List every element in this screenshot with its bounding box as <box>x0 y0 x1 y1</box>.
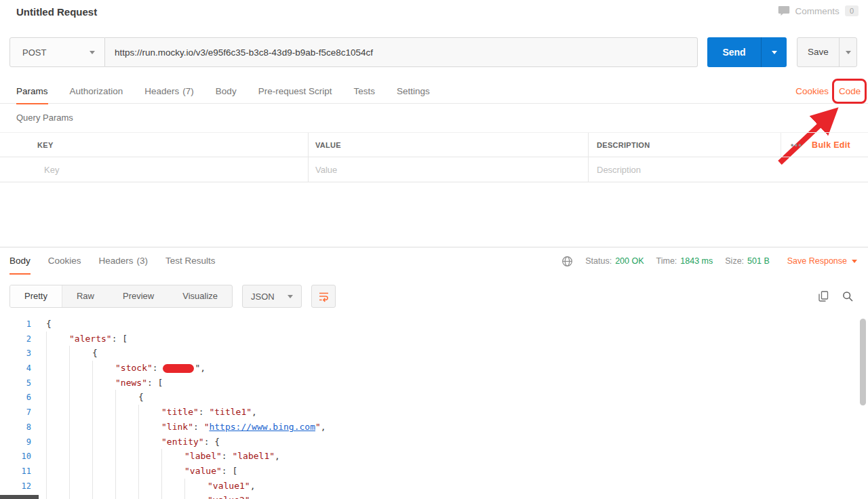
indent-guide <box>184 493 208 499</box>
json-punct: : [ <box>147 378 163 388</box>
indent-guide <box>46 376 69 391</box>
indent-guide <box>161 493 184 499</box>
line-number: 11 <box>0 464 31 479</box>
url-input[interactable] <box>105 37 698 67</box>
response-panel: Body Cookies Headers(3) Test Results Sta… <box>0 247 868 499</box>
method-select[interactable]: POST <box>9 37 105 67</box>
indent-guide <box>92 420 115 435</box>
send-button[interactable]: Send <box>707 37 787 67</box>
size-value: 501 B <box>747 256 770 266</box>
code-line: 6{ <box>0 390 854 405</box>
json-string: " <box>315 422 321 432</box>
cookies-link[interactable]: Cookies <box>795 79 829 104</box>
response-tab-body[interactable]: Body <box>9 247 31 275</box>
view-tab-preview[interactable]: Preview <box>108 285 168 307</box>
time-value: 1843 ms <box>680 256 713 266</box>
vertical-scrollbar-thumb[interactable] <box>860 319 866 405</box>
query-params-table: KEY VALUE DESCRIPTION ••• Bulk Edit <box>0 132 868 182</box>
query-params-title: Query Params <box>16 109 73 127</box>
tab-tests[interactable]: Tests <box>353 79 375 104</box>
json-punct: , <box>250 481 256 491</box>
line-number: 8 <box>0 420 31 435</box>
chevron-down-icon <box>288 295 293 298</box>
status-label: Status: <box>585 256 612 266</box>
send-dropdown-button[interactable] <box>761 37 787 67</box>
row-handle-column <box>0 133 37 157</box>
comments-count-badge: 0 <box>845 5 859 16</box>
indent-guide <box>69 435 92 450</box>
json-punct: , <box>275 451 280 461</box>
send-label[interactable]: Send <box>707 37 761 67</box>
request-tabs-bar: Params Authorization Headers(7) Body Pre… <box>0 79 868 104</box>
code-link[interactable]: Code <box>839 79 861 104</box>
save-button[interactable]: Save <box>797 37 857 67</box>
request-bar: POST Send Save <box>9 37 857 67</box>
indent-guide <box>115 390 138 405</box>
indent-guide <box>92 361 115 376</box>
code-line: 4"stock": ", <box>0 361 854 376</box>
indent-guide <box>46 390 69 405</box>
response-tab-test-results[interactable]: Test Results <box>165 247 216 275</box>
indent-guide <box>138 435 161 450</box>
indent-guide <box>138 464 161 479</box>
comments-button[interactable]: Comments 0 <box>778 5 859 16</box>
indent-guide <box>115 405 138 420</box>
line-number: 4 <box>0 361 31 376</box>
tab-params[interactable]: Params <box>16 79 48 104</box>
json-punct: , <box>321 422 326 432</box>
code-line: 12"value1", <box>0 479 854 494</box>
format-select[interactable]: JSON <box>242 285 302 308</box>
json-key: "value" <box>184 466 222 476</box>
chevron-down-icon <box>852 260 857 263</box>
save-response-button[interactable]: Save Response <box>787 256 857 266</box>
code-line: 2"alerts": [ <box>0 332 854 346</box>
response-tab-headers[interactable]: Headers(3) <box>99 247 149 275</box>
json-punct: { <box>92 348 98 358</box>
format-value: JSON <box>251 292 275 302</box>
param-description-input[interactable] <box>597 165 766 175</box>
view-tab-visualize[interactable]: Visualize <box>168 285 232 307</box>
indent-guide <box>92 449 115 464</box>
response-tab-cookies[interactable]: Cookies <box>48 247 81 275</box>
page-title: Untitled Request <box>16 6 97 18</box>
tab-authorization[interactable]: Authorization <box>70 79 123 104</box>
copy-icon[interactable] <box>818 291 829 302</box>
view-tab-raw[interactable]: Raw <box>62 285 108 307</box>
line-number: 12 <box>0 479 31 494</box>
indent-guide <box>92 464 115 479</box>
more-options-icon[interactable]: ••• <box>791 140 802 150</box>
network-globe-icon[interactable] <box>561 256 573 267</box>
indent-guide <box>115 493 138 499</box>
indent-guide <box>46 449 69 464</box>
comments-label: Comments <box>795 6 840 16</box>
horizontal-scrollbar-thumb[interactable] <box>0 495 39 499</box>
line-number: 7 <box>0 405 31 420</box>
indent-guide <box>161 479 184 494</box>
indent-guide <box>46 361 69 376</box>
line-number: 9 <box>0 435 31 450</box>
search-icon[interactable] <box>842 291 853 302</box>
table-header-row: KEY VALUE DESCRIPTION ••• Bulk Edit <box>0 132 868 157</box>
indent-guide <box>161 464 184 479</box>
code-line: 10"label": "label1", <box>0 449 854 464</box>
line-number: 2 <box>0 332 31 347</box>
save-label[interactable]: Save <box>797 38 839 66</box>
chevron-down-icon <box>846 51 851 54</box>
tab-settings[interactable]: Settings <box>397 79 430 104</box>
param-key-input[interactable] <box>44 165 287 175</box>
view-tab-pretty[interactable]: Pretty <box>10 285 62 307</box>
tab-pre-request-script[interactable]: Pre-request Script <box>258 79 332 104</box>
json-link[interactable]: https://www.bing.com <box>209 422 315 432</box>
save-dropdown-button[interactable] <box>839 38 856 66</box>
indent-guide <box>115 435 138 450</box>
param-value-input[interactable] <box>315 165 566 175</box>
json-punct: : <box>199 407 210 417</box>
wrap-lines-button[interactable] <box>311 285 336 308</box>
indent-guide <box>138 405 161 420</box>
tab-body[interactable]: Body <box>216 79 237 104</box>
response-actions <box>818 285 853 308</box>
tab-headers[interactable]: Headers(7) <box>144 79 194 104</box>
bulk-edit-link[interactable]: Bulk Edit <box>812 140 850 150</box>
code-line: 11"value": [ <box>0 464 854 479</box>
indent-guide <box>69 449 92 464</box>
